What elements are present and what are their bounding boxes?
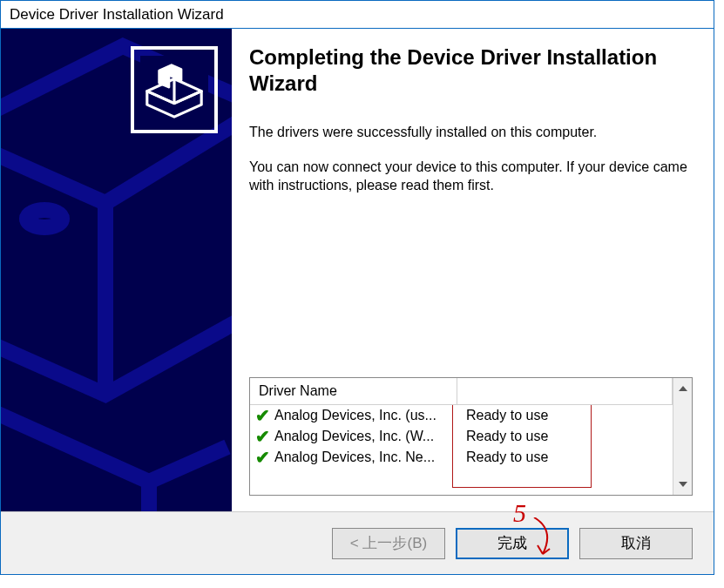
driver-list-body: ✔ Analog Devices, Inc. (us... Ready to u… [250,405,673,495]
finish-button[interactable]: 完成 [456,528,569,559]
driver-table: Driver Name ✔ Analog Devices, Inc. (us..… [250,378,673,495]
window-titlebar: Device Driver Installation Wizard [1,1,714,29]
wizard-content: Completing the Device Driver Installatio… [1,29,714,511]
driver-list: Driver Name ✔ Analog Devices, Inc. (us..… [249,377,693,496]
column-header-driver-name[interactable]: Driver Name [250,378,457,404]
spacer [249,211,693,377]
scroll-down-icon[interactable] [673,474,692,495]
column-header-status[interactable] [457,378,673,404]
driver-name-cell: Analog Devices, Inc. Ne... [274,449,461,465]
drawer-icon [140,56,208,124]
wizard-text-line-1: The drivers were successfully installed … [249,123,693,142]
scroll-up-icon[interactable] [673,378,692,399]
scroll-track[interactable] [673,399,692,474]
cancel-button[interactable]: 取消 [579,528,693,559]
wizard-text-line-2: You can now connect your device to this … [249,158,693,195]
driver-list-header[interactable]: Driver Name [250,378,673,405]
driver-status-cell: Ready to use [461,429,548,444]
table-row[interactable]: ✔ Analog Devices, Inc. Ne... Ready to us… [250,447,673,468]
table-row[interactable]: ✔ Analog Devices, Inc. (us... Ready to u… [250,405,673,426]
wizard-button-bar: 5 < 上一步(B) 完成 取消 [1,511,714,574]
back-button: < 上一步(B) [332,528,445,559]
wizard-heading: Completing the Device Driver Installatio… [249,44,693,97]
wizard-window: Device Driver Installation Wizard [0,0,714,575]
checkmark-icon: ✔ [255,407,274,424]
table-row[interactable]: ✔ Analog Devices, Inc. (W... Ready to us… [250,426,673,447]
driver-status-cell: Ready to use [461,408,548,423]
wizard-banner-icon [131,46,218,133]
driver-name-cell: Analog Devices, Inc. (W... [274,429,461,444]
wizard-main-panel: Completing the Device Driver Installatio… [232,29,714,511]
driver-name-cell: Analog Devices, Inc. (us... [274,408,461,423]
checkmark-icon: ✔ [255,449,274,466]
driver-status-cell: Ready to use [461,449,548,465]
window-title: Device Driver Installation Wizard [10,6,224,24]
wizard-sidebar [1,29,232,511]
driver-list-scrollbar[interactable] [673,378,692,495]
checkmark-icon: ✔ [255,428,274,445]
